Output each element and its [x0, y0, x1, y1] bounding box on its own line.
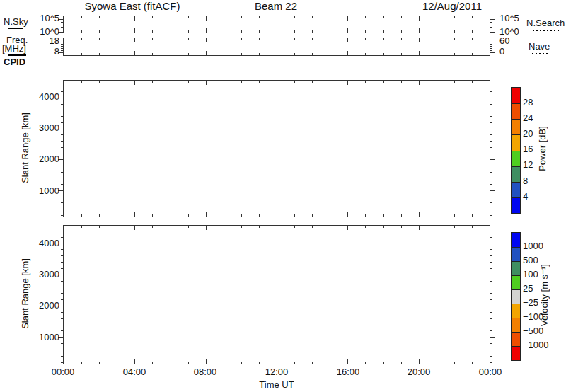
- tick-mark: [61, 237, 64, 238]
- tick-mark: [206, 16, 207, 21]
- tick-mark: [490, 330, 492, 331]
- power-panel: [63, 80, 490, 217]
- freq-legend-line: [8, 54, 26, 56]
- tick-mark: [61, 154, 64, 154]
- tick-mark: [134, 226, 135, 230]
- tick-mark: [99, 362, 100, 364]
- tick-mark: [347, 81, 348, 85]
- tick-mark: [277, 226, 277, 230]
- tick-mark: [99, 53, 100, 55]
- tick-mark: [99, 16, 100, 18]
- tick-mark: [490, 32, 495, 33]
- tick-mark: [224, 30, 224, 33]
- colorbar-segment: [512, 166, 520, 182]
- velocity-colorbar: [511, 232, 521, 361]
- freq-label-line2: [MHz]: [2, 44, 26, 54]
- tick-mark: [294, 16, 295, 18]
- tick-mark: [490, 299, 492, 300]
- date-label: 12/Aug/2011: [403, 1, 502, 12]
- power-cbar-tick: 4: [523, 192, 528, 202]
- tick-mark: [490, 190, 495, 191]
- tick-mark: [81, 30, 82, 33]
- tick-mark: [61, 312, 64, 313]
- tick-mark: [490, 116, 492, 117]
- tick-mark: [61, 184, 64, 185]
- velocity-cbar-tick: 500: [523, 255, 538, 265]
- tick-mark: [99, 38, 100, 40]
- tick-mark: [188, 16, 189, 18]
- tick-mark: [437, 38, 437, 40]
- tick-mark: [277, 28, 277, 33]
- xtick-0800: 08:00: [187, 367, 223, 377]
- tick-mark: [490, 287, 492, 287]
- tick-mark: [61, 343, 64, 344]
- tick-mark: [419, 28, 420, 33]
- tick-mark: [490, 356, 492, 357]
- tick-mark: [419, 81, 420, 85]
- tick-mark: [241, 214, 242, 217]
- nave-tick-bottom: 0: [499, 47, 504, 57]
- tick-mark: [365, 226, 366, 228]
- tick-mark: [365, 30, 366, 33]
- tick-mark: [117, 16, 117, 18]
- tick-mark: [61, 281, 64, 282]
- nave-label: Nave: [529, 42, 550, 52]
- tick-mark: [61, 141, 64, 142]
- colorbar-segment: [512, 289, 520, 304]
- colorbar-segment: [512, 275, 520, 289]
- tick-mark: [330, 53, 330, 55]
- tick-mark: [490, 237, 492, 238]
- tick-mark: [401, 38, 402, 40]
- tick-mark: [134, 359, 135, 364]
- tick-mark: [490, 243, 495, 243]
- tick-mark: [472, 38, 473, 40]
- tick-mark: [61, 215, 64, 216]
- tick-mark: [365, 16, 366, 18]
- tick-mark: [294, 81, 295, 83]
- tick-mark: [188, 214, 189, 217]
- power-cbar-tick: 12: [523, 160, 533, 170]
- tick-mark: [294, 362, 295, 364]
- tick-mark: [277, 212, 277, 217]
- tick-mark: [490, 293, 492, 294]
- tick-mark: [259, 226, 260, 228]
- tick-mark: [490, 172, 492, 173]
- colorbar-segment: [512, 318, 520, 332]
- tick-mark: [188, 81, 189, 83]
- tick-mark: [490, 268, 492, 269]
- tick-mark: [490, 231, 492, 231]
- tick-mark: [61, 86, 64, 86]
- tick-mark: [152, 226, 153, 228]
- tick-mark: [454, 81, 455, 83]
- tick-mark: [365, 214, 366, 217]
- tick-mark: [437, 16, 437, 18]
- tick-mark: [490, 249, 492, 250]
- tick-mark: [454, 16, 455, 18]
- tick-mark: [347, 226, 348, 230]
- tick-mark: [61, 287, 64, 287]
- tick-mark: [152, 362, 153, 364]
- tick-mark: [61, 299, 64, 300]
- tick-mark: [490, 325, 492, 325]
- colorbar-segment: [512, 119, 520, 134]
- tick-mark: [99, 30, 100, 33]
- tick-mark: [61, 91, 64, 92]
- tick-mark: [61, 178, 64, 178]
- colorbar-segment: [512, 332, 520, 346]
- tick-mark: [383, 53, 384, 55]
- tick-mark: [383, 214, 384, 217]
- tick-mark: [259, 214, 260, 217]
- nsearch-label: N.Search: [526, 18, 565, 28]
- tick-mark: [490, 178, 492, 178]
- tick-mark: [347, 359, 348, 364]
- tick-mark: [117, 81, 117, 83]
- nave-tick-top: 60: [499, 36, 509, 46]
- colorbar-segment: [512, 346, 520, 360]
- tick-mark: [365, 81, 366, 83]
- tick-mark: [61, 330, 64, 331]
- tick-mark: [61, 318, 64, 319]
- tick-mark: [61, 249, 64, 250]
- tick-mark: [206, 359, 207, 364]
- tick-mark: [259, 30, 260, 33]
- colorbar-segment: [512, 247, 520, 261]
